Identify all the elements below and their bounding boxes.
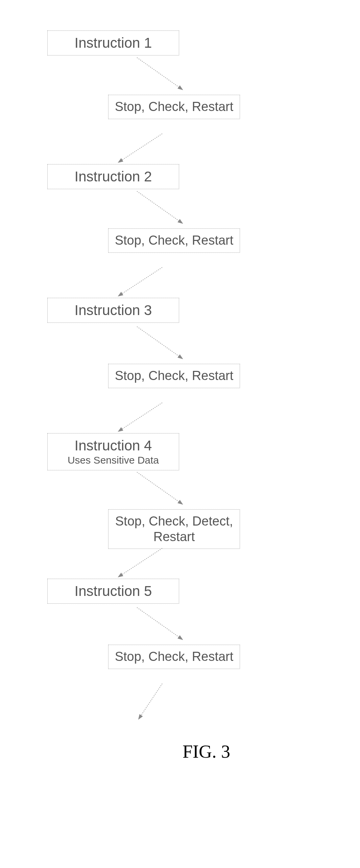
instruction-1-label: Instruction 1 xyxy=(75,35,152,51)
arrow-2-icon xyxy=(115,132,169,166)
arrow-3-icon xyxy=(135,190,189,228)
check-1-label: Stop, Check, Restart xyxy=(115,99,234,114)
check-4-label: Stop, Check, Detect, Restart xyxy=(115,514,233,544)
svg-line-9 xyxy=(139,684,162,719)
instruction-5-label: Instruction 5 xyxy=(75,583,152,599)
instruction-1-box: Instruction 1 xyxy=(47,30,179,55)
svg-line-3 xyxy=(118,267,162,296)
arrow-7-icon xyxy=(135,470,189,509)
instruction-2-box: Instruction 2 xyxy=(47,164,179,189)
arrow-10-icon xyxy=(115,682,169,722)
instruction-2-label: Instruction 2 xyxy=(75,169,152,184)
check-5-box: Stop, Check, Restart xyxy=(108,645,240,669)
check-5-label: Stop, Check, Restart xyxy=(115,649,234,664)
svg-line-8 xyxy=(137,607,183,640)
arrow-5-icon xyxy=(135,325,189,364)
arrow-1-icon xyxy=(135,56,189,95)
check-3-box: Stop, Check, Restart xyxy=(108,364,240,388)
arrow-4-icon xyxy=(115,266,169,299)
instruction-3-box: Instruction 3 xyxy=(47,298,179,323)
check-2-label: Stop, Check, Restart xyxy=(115,233,234,247)
svg-line-4 xyxy=(137,327,183,359)
arrow-6-icon xyxy=(115,401,169,435)
instruction-4-sub: Uses Sensitive Data xyxy=(51,454,175,466)
figure-label: FIG. 3 xyxy=(183,741,230,762)
instruction-3-label: Instruction 3 xyxy=(75,302,152,318)
svg-line-6 xyxy=(137,472,183,504)
check-1-box: Stop, Check, Restart xyxy=(108,95,240,119)
instruction-4-label: Instruction 4 xyxy=(75,438,152,453)
svg-line-7 xyxy=(118,548,162,577)
svg-line-1 xyxy=(118,134,162,162)
svg-line-2 xyxy=(137,191,183,223)
instruction-4-box: Instruction 4 Uses Sensitive Data xyxy=(47,433,179,470)
arrow-8-icon xyxy=(115,547,169,580)
arrow-9-icon xyxy=(135,606,189,645)
svg-line-0 xyxy=(137,58,183,90)
check-4-box: Stop, Check, Detect, Restart xyxy=(108,509,240,549)
svg-line-5 xyxy=(118,403,162,431)
check-3-label: Stop, Check, Restart xyxy=(115,369,234,383)
check-2-box: Stop, Check, Restart xyxy=(108,228,240,253)
instruction-5-box: Instruction 5 xyxy=(47,579,179,604)
